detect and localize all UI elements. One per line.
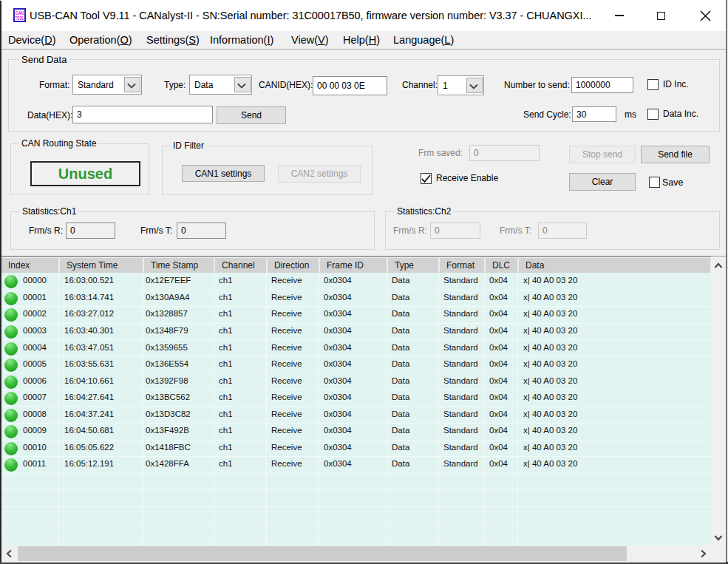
svg-text:CAN: CAN — [16, 10, 24, 16]
svg-text:TOOL: TOOL — [16, 16, 24, 21]
